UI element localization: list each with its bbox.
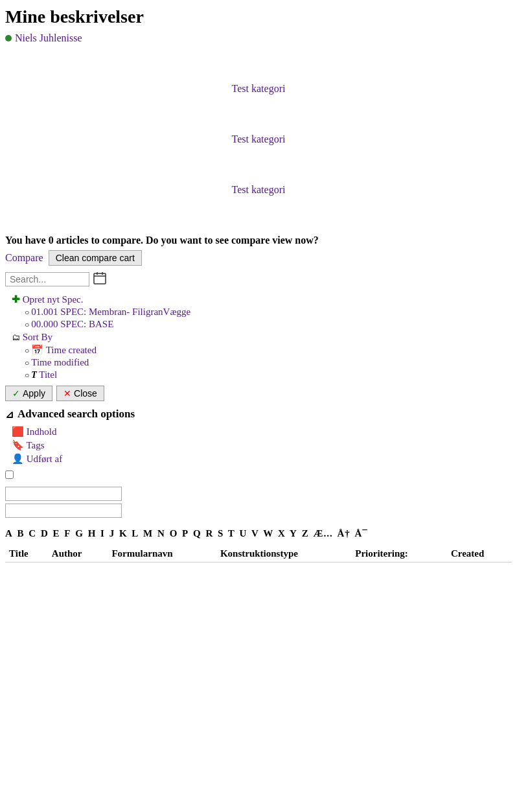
- alpha-letter-18[interactable]: S: [218, 528, 224, 539]
- alpha-letter-13[interactable]: N: [157, 528, 165, 539]
- table-header-row: Title Author Formularnavn Konstruktionst…: [5, 546, 512, 563]
- alpha-letter-23[interactable]: X: [278, 528, 286, 539]
- alpha-letter-27[interactable]: Å†: [337, 528, 350, 539]
- alpha-letter-25[interactable]: Z: [302, 528, 309, 539]
- col-konstruktionstype: Konstruktionstype: [216, 546, 351, 563]
- calendar-icon: [93, 271, 107, 285]
- table-empty-row: [5, 563, 512, 614]
- alpha-letter-14[interactable]: O: [170, 528, 178, 539]
- spec-item-1: 01.001 SPEC: Membran- FiligranVægge: [25, 307, 512, 318]
- indhold-icon: 🟥: [12, 426, 24, 437]
- alpha-letter-24[interactable]: Y: [290, 528, 297, 539]
- clean-compare-cart-button[interactable]: Clean compare cart: [49, 250, 142, 266]
- category-link-1[interactable]: Test kategori: [232, 83, 286, 94]
- create-new-item: ✚ Opret nyt Spec. 01.001 SPEC: Membran- …: [12, 294, 512, 330]
- alpha-letter-2[interactable]: C: [29, 528, 36, 539]
- alpha-letter-15[interactable]: P: [182, 528, 189, 539]
- sort-time-modified: Time modified: [25, 357, 512, 368]
- udfoert-af-link[interactable]: Udført af: [27, 454, 62, 464]
- sort-time-modified-link[interactable]: Time modified: [31, 357, 89, 367]
- online-indicator: [5, 35, 12, 41]
- advanced-title-text: Advanced search options: [17, 408, 135, 421]
- close-button[interactable]: ✕ Close: [56, 386, 104, 401]
- alpha-letter-10[interactable]: K: [119, 528, 128, 539]
- advanced-title-row: ⊿ Advanced search options: [5, 408, 512, 421]
- compare-buttons-row: Compare Clean compare cart: [5, 250, 512, 266]
- tags-icon: 🔖: [12, 440, 24, 450]
- spec-link-2[interactable]: 00.000 SPEC: BASE: [31, 319, 113, 329]
- table-body: [5, 563, 512, 614]
- page-title: Mine beskrivelser: [5, 6, 512, 27]
- tags-link[interactable]: Tags: [26, 440, 44, 450]
- compare-text: You have 0 articles to compare. Do you w…: [5, 235, 512, 246]
- col-created: Created: [447, 546, 512, 563]
- sort-icon: 🗂: [12, 332, 20, 342]
- sort-by-link[interactable]: Sort By: [23, 332, 52, 342]
- alpha-letter-20[interactable]: U: [240, 528, 247, 539]
- col-author: Author: [48, 546, 108, 563]
- category-section-3: Test kategori: [5, 184, 512, 196]
- filter-indhold: 🟥 Indhold: [12, 426, 512, 437]
- table-header: Title Author Formularnavn Konstruktionst…: [5, 546, 512, 563]
- spec-link-1[interactable]: 01.001 SPEC: Membran- FiligranVægge: [31, 307, 190, 317]
- compare-link[interactable]: Compare: [5, 252, 43, 264]
- spec-sub-list: 01.001 SPEC: Membran- FiligranVægge 00.0…: [12, 307, 512, 330]
- filter-tags: 🔖 Tags: [12, 439, 512, 451]
- filter-text-input-2[interactable]: [5, 504, 122, 518]
- category-section-1: Test kategori: [5, 83, 512, 95]
- create-new-link[interactable]: Opret nyt Spec.: [23, 294, 84, 305]
- alpha-letter-21[interactable]: V: [251, 528, 259, 539]
- alpha-letter-16[interactable]: Q: [193, 528, 201, 539]
- col-prioritering: Prioritering:: [351, 546, 447, 563]
- category-section-2: Test kategori: [5, 133, 512, 145]
- alpha-letter-3[interactable]: D: [41, 528, 49, 539]
- alpha-letter-0[interactable]: A: [5, 528, 13, 539]
- col-formularnavn: Formularnavn: [108, 546, 216, 563]
- filter-checkbox[interactable]: [5, 470, 14, 479]
- sort-titel: T Titel: [25, 369, 512, 380]
- search-input[interactable]: [5, 272, 89, 286]
- spec-item-2: 00.000 SPEC: BASE: [25, 319, 512, 330]
- alpha-letter-26[interactable]: Æ...: [313, 528, 332, 539]
- sort-time-created: 📅 Time created: [25, 344, 512, 356]
- alpha-letter-7[interactable]: H: [88, 528, 97, 539]
- alpha-letter-9[interactable]: J: [109, 528, 115, 539]
- alpha-letter-28[interactable]: Å¯: [354, 528, 367, 539]
- text-icon: T: [31, 370, 37, 380]
- alpha-letter-22[interactable]: W: [263, 528, 273, 539]
- sort-time-created-link[interactable]: Time created: [46, 345, 97, 355]
- sort-sub-list: 📅 Time created Time modified T Titel: [12, 344, 512, 380]
- search-button[interactable]: [93, 271, 107, 287]
- indhold-link[interactable]: Indhold: [27, 426, 57, 437]
- calendar-small-icon: 📅: [31, 345, 43, 355]
- alpha-letter-19[interactable]: T: [228, 528, 235, 539]
- person-icon: 👤: [12, 454, 24, 464]
- alpha-letter-4[interactable]: E: [53, 528, 60, 539]
- alpha-letter-8[interactable]: I: [100, 528, 105, 539]
- filter-icon: ⊿: [5, 408, 14, 421]
- user-link[interactable]: Niels Juhlenisse: [15, 32, 82, 44]
- alpha-letter-5[interactable]: F: [64, 528, 71, 539]
- advanced-search-section: ⊿ Advanced search options 🟥 Indhold 🔖 Ta…: [5, 408, 512, 518]
- alpha-letter-6[interactable]: G: [75, 528, 84, 539]
- sort-titel-link[interactable]: Titel: [39, 369, 57, 380]
- category-link-2[interactable]: Test kategori: [232, 133, 286, 145]
- svg-rect-0: [94, 273, 106, 284]
- checkmark-icon: ✓: [12, 388, 20, 399]
- alphabet-row: A B C D E F G H I J K L M N O P Q R S T …: [5, 528, 512, 539]
- alpha-letter-1[interactable]: B: [17, 528, 25, 539]
- alpha-letter-11[interactable]: L: [132, 528, 139, 539]
- filter-udfoert-af: 👤 Udført af: [12, 453, 512, 465]
- compare-section: You have 0 articles to compare. Do you w…: [5, 235, 512, 401]
- filter-text-input-1[interactable]: [5, 487, 122, 501]
- results-table: Title Author Formularnavn Konstruktionst…: [5, 546, 512, 614]
- checkbox-row: [5, 470, 512, 481]
- plus-icon: ✚: [12, 294, 20, 305]
- sort-by-item: 🗂 Sort By 📅 Time created Time modified T…: [12, 332, 512, 380]
- col-title: Title: [5, 546, 48, 563]
- alpha-letter-12[interactable]: M: [143, 528, 153, 539]
- apply-button[interactable]: ✓ Apply: [5, 386, 52, 401]
- action-buttons: ✓ Apply ✕ Close: [5, 386, 512, 401]
- category-link-3[interactable]: Test kategori: [232, 184, 286, 195]
- alpha-letter-17[interactable]: R: [205, 528, 213, 539]
